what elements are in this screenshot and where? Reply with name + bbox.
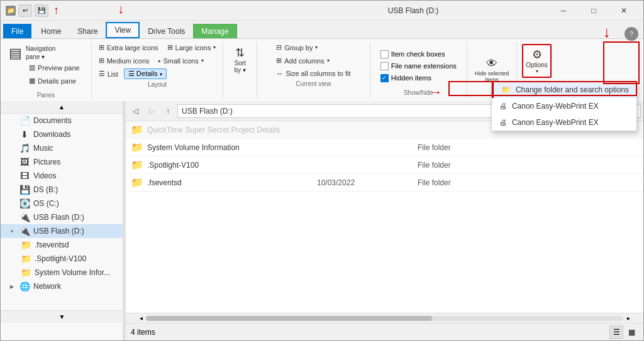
add-columns-icon: ⊞ bbox=[276, 57, 282, 65]
sidebar-item-music[interactable]: 🎵 Music bbox=[1, 141, 123, 155]
scroll-track[interactable] bbox=[146, 316, 623, 321]
sidebar-item-os[interactable]: 💽 OS (C:) bbox=[1, 197, 123, 210]
close-button[interactable]: ✕ bbox=[609, 1, 638, 21]
navigation-pane-btn[interactable]: ▤ Navigation pane ▾ ▥ Preview pane ▦ Det… bbox=[6, 43, 86, 89]
quick-save-btn[interactable]: 💾 bbox=[35, 4, 48, 17]
help-btn[interactable]: ? bbox=[625, 27, 638, 41]
scroll-right-btn[interactable]: ▸ bbox=[623, 315, 633, 322]
sysvolinfo-file-name: System Volume Information bbox=[147, 143, 317, 152]
panes-group-label: Panes bbox=[37, 90, 55, 99]
sidebar-item-fseventsd[interactable]: 📁 .fseventsd bbox=[1, 238, 123, 252]
add-columns-chevron: ▾ bbox=[327, 58, 330, 63]
extra-large-label: Extra large icons bbox=[107, 44, 158, 51]
sidebar-item-usb2[interactable]: ▾ 🔌 USB Flash (D:) bbox=[1, 224, 123, 238]
preview-pane-btn[interactable]: ▥ Preview pane bbox=[26, 62, 83, 73]
sidebar-item-usb1[interactable]: 🔌 USB Flash (D:) bbox=[1, 210, 123, 224]
sidebar-item-pictures[interactable]: 🖼 Pictures bbox=[1, 155, 123, 169]
extra-large-icons-btn[interactable]: ⊞ Extra large icons bbox=[96, 41, 162, 53]
ribbon-group-show-hide: Item check boxes File name extensions ✓ … bbox=[370, 41, 467, 99]
fseventsd-type: File folder bbox=[418, 178, 493, 187]
up-btn[interactable]: ↑ bbox=[161, 104, 175, 118]
title-bar: 📁 ↩ 💾 ↑ USB Flash (D:) ─ □ ✕ bbox=[1, 1, 643, 21]
tab-home[interactable]: Home bbox=[33, 24, 69, 38]
sidebar-item-spotlight[interactable]: 📁 .Spotlight-V100 bbox=[1, 252, 123, 266]
status-bar: 4 items ☰ ▦ bbox=[126, 323, 643, 340]
size-columns-label: Size all columns to fit bbox=[286, 70, 350, 77]
item-check-boxes-checkbox[interactable] bbox=[380, 50, 389, 58]
tab-manage[interactable]: Manage bbox=[193, 24, 236, 38]
sysvolinfo-label: System Volume Infor... bbox=[35, 268, 110, 277]
hidden-items-checkbox[interactable]: ✓ bbox=[380, 74, 389, 82]
tab-file[interactable]: File bbox=[3, 24, 31, 38]
sidebar-item-sysvolinfo[interactable]: 📁 System Volume Infor... bbox=[1, 266, 123, 279]
sidebar-item-ds[interactable]: 💾 DS (B:) bbox=[1, 183, 123, 197]
file-name-extensions-checkbox[interactable] bbox=[380, 62, 389, 70]
options-icon: ⚙ bbox=[532, 48, 542, 62]
music-label: Music bbox=[33, 144, 53, 153]
preview-pane-icon: ▥ bbox=[29, 63, 35, 72]
small-icons-label: Small icons bbox=[163, 57, 198, 65]
spotlight-icon: 📁 bbox=[21, 254, 31, 264]
downloads-label: Downloads bbox=[33, 130, 70, 139]
current-view-label: Current view bbox=[296, 79, 331, 87]
list-view-btn[interactable]: ☰ bbox=[609, 325, 623, 339]
sidebar-item-network[interactable]: ▶ 🌐 Network bbox=[1, 279, 123, 293]
large-icons-btn[interactable]: ⊞ Large icons ▾ bbox=[164, 41, 219, 53]
file-item-sysvolinfo[interactable]: 📁 System Volume Information File folder bbox=[126, 139, 643, 156]
file-item-spotlight[interactable]: 📁 .Spotlight-V100 File folder bbox=[126, 156, 643, 174]
file-item-fseventsd[interactable]: 📁 .fseventsd 10/03/2022 File folder bbox=[126, 174, 643, 192]
prev-file-icon: 📁 bbox=[131, 124, 143, 136]
forward-btn[interactable]: ▷ bbox=[145, 104, 158, 118]
show-hide-checkboxes: Item check boxes File name extensions ✓ … bbox=[378, 44, 459, 88]
details-pane-btn[interactable]: ▦ Details pane bbox=[26, 75, 83, 87]
sidebar-scroll-down[interactable]: ▼ bbox=[1, 310, 123, 323]
maximize-button[interactable]: □ bbox=[579, 1, 608, 21]
group-by-icon: ⊟ bbox=[276, 43, 282, 51]
sidebar-item-downloads[interactable]: ⬇ Downloads bbox=[1, 127, 123, 141]
tab-drive-tools[interactable]: Drive Tools bbox=[140, 24, 193, 38]
options-chevron: ▾ bbox=[536, 68, 538, 74]
details-btn[interactable]: ☰ Details ▾ bbox=[124, 68, 167, 79]
tab-share[interactable]: Share bbox=[69, 24, 106, 38]
dropdown-canon2[interactable]: 🖨 Canon Easy-WebPrint EX bbox=[492, 114, 636, 131]
ds-icon: 💾 bbox=[19, 185, 30, 195]
detail-view-btn[interactable]: ▦ bbox=[625, 325, 638, 339]
expand-network: ▶ bbox=[8, 284, 16, 290]
horizontal-scrollbar[interactable]: ◂ ▸ bbox=[126, 313, 643, 323]
tab-view[interactable]: View bbox=[106, 22, 140, 38]
size-all-columns-btn[interactable]: ↔ Size all columns to fit bbox=[273, 68, 353, 79]
nav-path[interactable]: USB Flash (D:) bbox=[177, 104, 525, 118]
dropdown-change-folder[interactable]: 📁 Change folder and search options bbox=[492, 82, 636, 98]
layout-group-label: Layout bbox=[148, 80, 167, 88]
hidden-items-row[interactable]: ✓ Hidden items bbox=[378, 73, 459, 84]
medium-icons-btn[interactable]: ⊞ Medium icons bbox=[96, 55, 153, 67]
spotlight-file-icon: 📁 bbox=[131, 159, 143, 171]
minimize-button[interactable]: ─ bbox=[549, 1, 578, 21]
details-label: Details bbox=[136, 70, 158, 77]
cv-content: ⊟ Group by ▾ ⊞ Add columns ▾ ↔ Size all … bbox=[273, 41, 353, 79]
sysvolinfo-icon: 📁 bbox=[21, 268, 31, 278]
downloads-icon: ⬇ bbox=[19, 129, 30, 139]
scroll-left-btn[interactable]: ◂ bbox=[136, 315, 146, 322]
window-controls: ─ □ ✕ bbox=[549, 1, 638, 21]
content-area: ◁ ▷ ↑ USB Flash (D:) 🔍 Search USB Flash … bbox=[126, 101, 643, 340]
group-by-label: Group by bbox=[284, 44, 313, 51]
list-btn[interactable]: ☰ List bbox=[96, 68, 121, 80]
add-columns-btn[interactable]: ⊞ Add columns ▾ bbox=[273, 55, 353, 67]
small-icons-btn[interactable]: ▪ Small icons ▾ bbox=[155, 55, 207, 67]
dropdown-canon1[interactable]: 🖨 Canon Easy-WebPrint EX bbox=[492, 98, 636, 114]
options-btn[interactable]: ⚙ Options ▾ bbox=[522, 44, 551, 78]
quick-access-btn[interactable]: ↩ bbox=[18, 4, 32, 17]
group-by-btn[interactable]: ⊟ Group by ▾ bbox=[273, 41, 353, 53]
sidebar-item-videos[interactable]: 🎞 Videos bbox=[1, 169, 123, 183]
sidebar-item-documents[interactable]: 📄 Documents bbox=[1, 114, 123, 127]
scroll-thumb[interactable] bbox=[146, 316, 432, 321]
file-name-extensions-row[interactable]: File name extensions bbox=[378, 61, 459, 72]
sort-by-btn[interactable]: ⇅ Sort by ▾ bbox=[228, 44, 251, 75]
back-btn[interactable]: ◁ bbox=[128, 104, 142, 118]
fseventsd-file-icon: 📁 bbox=[131, 176, 143, 188]
sidebar-scroll-up[interactable]: ▲ bbox=[1, 101, 123, 114]
fseventsd-date: 10/03/2022 bbox=[317, 178, 418, 187]
item-check-boxes-row[interactable]: Item check boxes bbox=[378, 49, 459, 60]
show-hide-group-label: Show/hide bbox=[378, 88, 459, 96]
